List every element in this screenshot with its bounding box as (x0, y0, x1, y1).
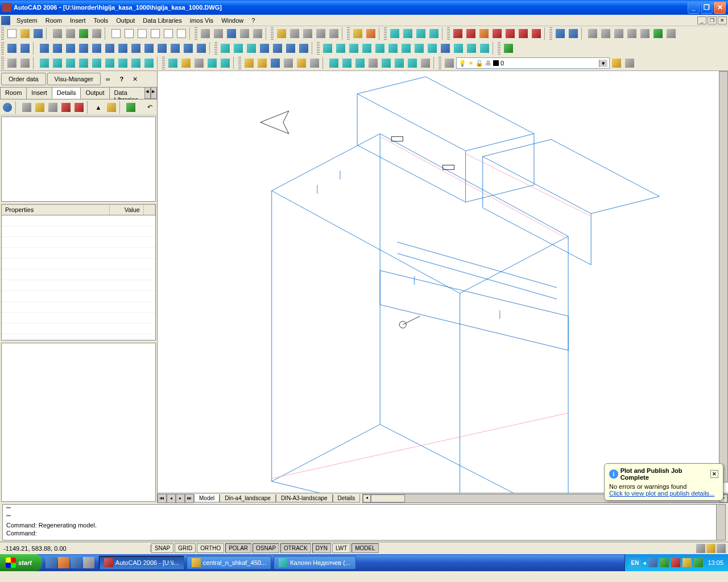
tool-red6[interactable] (530, 27, 543, 40)
tree-view[interactable] (1, 117, 156, 202)
panel-tab-data-libraries[interactable]: Data Libraries (109, 87, 145, 99)
toggle-osnap[interactable]: OSNAP (253, 543, 279, 553)
vertical-scrollbar[interactable] (719, 71, 728, 483)
mdi-close[interactable]: ✕ (718, 16, 727, 24)
tool-scope[interactable] (639, 27, 651, 40)
panel-close-icon[interactable]: ✕ (129, 73, 142, 85)
tool-view6[interactable] (387, 42, 399, 55)
tool-d2[interactable] (180, 57, 192, 69)
layer-combo[interactable]: 💡 ☀ 🔓 🖶 0 ▾ (456, 57, 610, 69)
tool-new[interactable] (6, 27, 18, 40)
tool-red3[interactable] (491, 27, 503, 40)
tool-view8[interactable] (413, 42, 425, 55)
ptool-4[interactable] (60, 101, 72, 114)
tab-nav-prev[interactable]: ◂ (167, 494, 176, 503)
tool-block1[interactable] (388, 27, 401, 40)
cmd-scrollbar[interactable] (716, 505, 725, 540)
ptool-5[interactable] (73, 101, 85, 114)
tray-icon-5[interactable] (694, 558, 703, 567)
tool-layers3[interactable] (623, 57, 636, 69)
tool-box3[interactable] (77, 27, 90, 40)
tool-e5[interactable] (380, 57, 392, 69)
visu-manager-button[interactable]: Visu-Manager (47, 73, 101, 85)
tool-page2[interactable] (123, 27, 135, 40)
properties-grid[interactable]: Properties Value (1, 204, 156, 340)
tab-nav-next[interactable]: ▸ (176, 494, 185, 503)
system-menu-icon[interactable] (1, 16, 10, 25)
tool-shade4[interactable] (282, 57, 295, 69)
toggle-dyn[interactable]: DYN (312, 543, 331, 553)
tool-red1[interactable] (452, 27, 464, 40)
tool-brush[interactable] (288, 27, 301, 40)
tool-solid4[interactable] (258, 42, 271, 55)
balloon-details-link[interactable]: Click to view plot and publish details..… (609, 490, 718, 497)
ptool-undo[interactable]: ↶ (143, 101, 156, 114)
tool-ucs11[interactable] (143, 42, 155, 55)
tool-ucs10[interactable] (130, 42, 142, 55)
ptool-1[interactable] (20, 101, 33, 114)
toggle-polar[interactable]: POLAR (225, 543, 251, 553)
ptool-2[interactable] (34, 101, 46, 114)
tray-expand-icon[interactable]: ◂ (643, 559, 646, 567)
quicklaunch-3[interactable] (71, 557, 82, 568)
tool-box1[interactable] (51, 27, 64, 40)
language-indicator[interactable]: EN (630, 559, 641, 567)
task-skype[interactable]: Калоян Неделчев (... (274, 556, 356, 569)
quicklaunch-2[interactable] (58, 557, 69, 568)
tool-red4[interactable] (504, 27, 516, 40)
tool-world[interactable] (652, 27, 664, 40)
tool-ucs4[interactable] (51, 42, 64, 55)
toggle-snap[interactable]: SNAP (151, 543, 173, 553)
tool-c9[interactable] (143, 57, 155, 69)
minimize-button[interactable]: _ (688, 2, 700, 14)
tool-ucs5[interactable] (64, 42, 77, 55)
start-button[interactable]: start (0, 554, 42, 571)
tool-solid1[interactable] (219, 42, 231, 55)
tool-pencil[interactable] (275, 27, 288, 40)
tool-block4[interactable] (428, 27, 440, 40)
tool-dim[interactable] (328, 27, 340, 40)
ptool-up[interactable]: ▲ (92, 101, 105, 114)
tool-shade5[interactable] (295, 57, 308, 69)
tool-layer-ic[interactable] (443, 57, 456, 69)
tool-block2[interactable] (402, 27, 414, 40)
tool-cube1[interactable] (199, 27, 212, 40)
task-folder[interactable]: central_n_shkaf_450... (187, 556, 271, 569)
tool-text[interactable] (665, 27, 677, 40)
panel-tab-insert[interactable]: Insert (26, 87, 52, 99)
tool-ucs3[interactable] (38, 42, 51, 55)
order-data-button[interactable]: Order data (1, 73, 46, 85)
toggle-lwt[interactable]: LWT (332, 543, 350, 553)
tool-red5[interactable] (517, 27, 530, 40)
tool-c5[interactable] (90, 57, 103, 69)
tool-c3[interactable] (64, 57, 77, 69)
tool-c2[interactable] (51, 57, 64, 69)
tool-page1[interactable] (110, 27, 122, 40)
tool-c7[interactable] (117, 57, 129, 69)
toggle-model[interactable]: MODEL (351, 543, 379, 553)
ptool-3[interactable] (47, 101, 59, 114)
tool-ucs14[interactable] (182, 42, 195, 55)
tool-ucs13[interactable] (169, 42, 181, 55)
layout-tab-din-a3[interactable]: DIN-A3-landscape (276, 494, 333, 502)
tool-view4[interactable] (361, 42, 373, 55)
menu-help[interactable]: ? (247, 16, 259, 25)
tool-solid7[interactable] (297, 42, 310, 55)
tray-icon-2[interactable] (660, 558, 669, 567)
quicklaunch-1[interactable] (46, 557, 57, 568)
tool-ring1[interactable] (6, 57, 18, 69)
tool-layers2[interactable] (610, 57, 623, 69)
tool-view5[interactable] (374, 42, 386, 55)
menu-window[interactable]: Window (217, 16, 247, 25)
tool-c1[interactable] (38, 57, 51, 69)
tool-d1[interactable] (167, 57, 179, 69)
help-icon[interactable]: ? (115, 73, 128, 85)
tool-page4[interactable] (149, 27, 162, 40)
tool-view3[interactable] (348, 42, 360, 55)
toggle-ortho[interactable]: ORTHO (197, 543, 224, 553)
menu-imos-vis[interactable]: imos Vis (186, 16, 217, 25)
tab-nav-first[interactable]: ⏮ (158, 494, 167, 503)
tool-open[interactable] (19, 27, 31, 40)
panel-tab-details[interactable]: Details (52, 87, 81, 99)
tool-save[interactable] (32, 27, 44, 40)
